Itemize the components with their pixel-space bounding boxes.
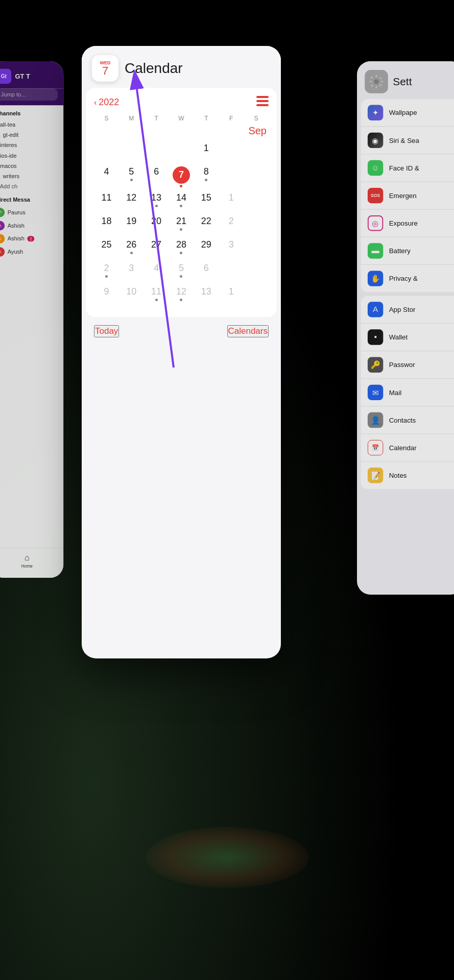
today-button[interactable]: Today [94, 325, 119, 337]
calendar-date-number: 28 [176, 239, 186, 251]
settings-item-wallpaper[interactable]: ✦ Wallpape [361, 99, 454, 127]
emergency-icon: SOS [368, 188, 383, 203]
exposure-icon: ◎ [368, 215, 383, 231]
settings-item-mail[interactable]: ✉ Mail [361, 379, 454, 406]
settings-item-exposure[interactable]: ◎ Exposure [361, 210, 454, 237]
calendar-day-cell [244, 141, 269, 163]
list-item[interactable]: # ios-ide [0, 151, 59, 161]
calendar-day-cell [119, 141, 144, 163]
list-item[interactable]: P Paurus [0, 206, 59, 219]
calendar-day-cell[interactable]: 4 [144, 261, 169, 283]
calendar-day-cell[interactable]: 26 [119, 237, 144, 260]
svg-rect-0 [256, 96, 269, 98]
calendar-day-cell[interactable]: 1 [194, 141, 219, 163]
calendar-day-cell[interactable]: 27 [144, 237, 169, 260]
calendar-day-cell[interactable]: 2 [219, 214, 244, 236]
calendar-day-cell[interactable]: 13 [194, 284, 219, 307]
list-item[interactable]: 🔒 writers [0, 171, 59, 181]
list-item[interactable]: A Ashish [0, 219, 59, 232]
settings-item-passwords[interactable]: 🔑 Passwor [361, 351, 454, 379]
calendar-date-number: 21 [176, 216, 186, 227]
calendar-day-cell[interactable]: 10 [119, 284, 144, 307]
settings-item-privacy[interactable]: ✋ Privacy & [361, 265, 454, 292]
calendar-day-cell[interactable]: 14 [169, 190, 194, 213]
calendar-date-number: 22 [201, 216, 211, 227]
calendar-list-icon[interactable] [256, 96, 269, 109]
calendar-card[interactable]: WED 7 Calendar ‹ 2022 S M T W [82, 46, 281, 658]
avatar: A [0, 221, 5, 230]
calendar-date-number: 6 [154, 166, 159, 178]
settings-item-battery[interactable]: ▬ Battery [361, 237, 454, 265]
list-item[interactable]: A Ashish 2 [0, 232, 59, 246]
calendar-date-number: 19 [126, 216, 136, 227]
calendar-day-cell[interactable]: 12 [119, 190, 144, 213]
calendar-day-cell[interactable]: 22 [194, 214, 219, 236]
calendar-day-cell[interactable]: 15 [194, 190, 219, 213]
settings-item-calendar[interactable]: 📅 Calendar [361, 434, 454, 462]
settings-card[interactable]: Sett ✦ Wallpape ◉ Siri & Sea ☺ Face ID &… [357, 61, 454, 595]
calendar-footer: Today Calendars [82, 317, 281, 337]
lock-icon: 🔒 [0, 132, 1, 137]
calendar-day-cell[interactable]: 2 [94, 261, 119, 283]
list-item[interactable]: # interes [0, 140, 59, 151]
calendar-date-number: 18 [101, 216, 111, 227]
calendar-day-cell[interactable]: 21 [169, 214, 194, 236]
unread-badge: 2 [27, 236, 34, 241]
slack-avatar: Gt [0, 69, 11, 84]
calendar-day-cell[interactable]: 6 [194, 261, 219, 283]
calendar-day-cell [244, 237, 269, 260]
calendar-day-cell[interactable]: 11 [94, 190, 119, 213]
list-item[interactable]: # all-tea [0, 119, 59, 130]
calendar-day-cell[interactable]: 13 [144, 190, 169, 213]
calendar-day-cell[interactable]: 8 [194, 164, 219, 189]
calendars-button[interactable]: Calendars [227, 325, 269, 337]
list-item[interactable]: 🔒 gt-edit [0, 130, 59, 140]
settings-label-privacy: Privacy & [389, 275, 418, 282]
calendar-day-cell[interactable]: 5 [169, 261, 194, 283]
settings-item-faceid[interactable]: ☺ Face ID & [361, 154, 454, 182]
slack-card[interactable]: Gt GT T Jump to... Channels # all-tea 🔒 … [0, 61, 63, 578]
calendar-icon-num: 7 [102, 65, 108, 77]
slack-bottom-nav: ⌂ Home [0, 548, 63, 578]
settings-label-contacts: Contacts [389, 416, 416, 424]
calendar-date-number: 13 [151, 192, 161, 204]
calendar-year-button[interactable]: ‹ 2022 [94, 97, 119, 108]
passwords-icon: 🔑 [368, 357, 383, 373]
calendar-grid: 1456781112131415118192021222252627282932… [94, 141, 269, 307]
calendar-day-cell[interactable]: 6 [144, 164, 169, 189]
settings-item-notes[interactable]: 📝 Notes [361, 462, 454, 489]
settings-item-contacts[interactable]: 👤 Contacts [361, 406, 454, 434]
calendar-day-cell[interactable]: 7 [169, 164, 194, 189]
avatar: A [0, 247, 5, 256]
day-letter-w: W [169, 115, 194, 122]
calendar-day-cell[interactable]: 19 [119, 214, 144, 236]
calendar-day-cell[interactable]: 3 [119, 261, 144, 283]
calendar-event-dot [180, 299, 182, 301]
calendar-day-cell[interactable]: 28 [169, 237, 194, 260]
settings-item-wallet[interactable]: ▪ Wallet [361, 324, 454, 351]
calendar-day-cell[interactable]: 1 [219, 190, 244, 213]
calendar-day-cell[interactable]: 12 [169, 284, 194, 307]
slack-search-box[interactable]: Jump to... [0, 88, 58, 101]
calendar-day-cell[interactable]: 1 [219, 284, 244, 307]
settings-item-siri[interactable]: ◉ Siri & Sea [361, 127, 454, 154]
chevron-left-icon: ‹ [94, 98, 97, 107]
settings-item-emergency[interactable]: SOS Emergen [361, 182, 454, 210]
list-item[interactable]: # macos [0, 161, 59, 171]
calendar-settings-icon: 📅 [368, 440, 383, 455]
calendar-day-cell[interactable]: 4 [94, 164, 119, 189]
calendar-date-number: 3 [129, 263, 134, 274]
calendar-day-cell[interactable]: 9 [94, 284, 119, 307]
calendar-day-cell[interactable]: 5 [119, 164, 144, 189]
list-item[interactable]: A Ayush [0, 246, 59, 259]
day-letter-m: M [119, 115, 144, 122]
calendar-date-number: 1 [204, 143, 209, 154]
calendar-day-cell[interactable]: 20 [144, 214, 169, 236]
calendar-day-cell[interactable]: 25 [94, 237, 119, 260]
add-channel-button[interactable]: + Add ch [0, 182, 59, 192]
calendar-day-cell[interactable]: 29 [194, 237, 219, 260]
calendar-day-cell[interactable]: 18 [94, 214, 119, 236]
calendar-day-cell[interactable]: 11 [144, 284, 169, 307]
calendar-day-cell[interactable]: 3 [219, 237, 244, 260]
settings-item-appstore[interactable]: A App Stor [361, 296, 454, 324]
